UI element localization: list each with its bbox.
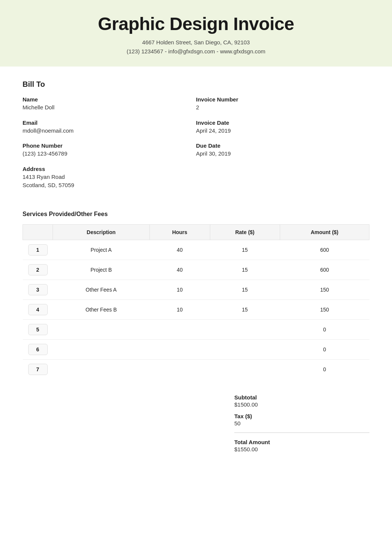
- services-table: Description Hours Rate ($) Amount ($) 1 …: [23, 224, 369, 379]
- row-amount: 150: [280, 299, 369, 319]
- name-value: Michelle Doll: [23, 103, 196, 112]
- row-hours: [149, 339, 210, 359]
- table-row: 1 Project A 40 15 600: [23, 240, 369, 260]
- row-description: [53, 339, 150, 359]
- row-amount: 600: [280, 240, 369, 260]
- invoice-date-label: Invoice Date: [196, 119, 369, 126]
- row-description: Other Fees B: [53, 299, 150, 319]
- row-description: Project A: [53, 240, 150, 260]
- bill-to-title: Bill To: [23, 80, 369, 89]
- invoice-number-value: 2: [196, 103, 369, 112]
- row-number: 5: [23, 319, 53, 339]
- invoice-date-field: Invoice Date April 24, 2019: [196, 119, 369, 135]
- tax-row: Tax ($) 50: [234, 413, 369, 426]
- due-date-field: Due Date April 30, 2019: [196, 142, 369, 158]
- services-title: Services Provided/Other Fees: [23, 211, 369, 218]
- subtotal-value: $1500.00: [234, 401, 369, 408]
- total-amount-row: Total Amount $1550.00: [234, 439, 369, 452]
- company-address: 4667 Holden Street, San Diego, CA, 92103…: [15, 38, 377, 56]
- due-date-value: April 30, 2019: [196, 150, 369, 158]
- row-hours: 40: [149, 260, 210, 280]
- total-value: $1550.00: [234, 446, 369, 452]
- row-number: 7: [23, 359, 53, 379]
- address-line2: (123) 1234567 - info@gfxdsgn.com - www.g…: [15, 47, 377, 56]
- address-field: Address 1413 Ryan Road Scotland, SD, 570…: [23, 166, 196, 190]
- row-description: [53, 359, 150, 379]
- row-rate: 15: [210, 240, 280, 260]
- invoice-number-field: Invoice Number 2: [196, 96, 369, 112]
- subtotal-label: Subtotal: [234, 394, 369, 401]
- address-line1: 1413 Ryan Road: [23, 173, 196, 181]
- totals-section: Subtotal $1500.00 Tax ($) 50 Total Amoun…: [23, 394, 369, 458]
- phone-field: Phone Number (123) 123-456789: [23, 142, 196, 158]
- row-number: 1: [23, 240, 53, 260]
- phone-value: (123) 123-456789: [23, 150, 196, 158]
- invoice-content: Bill To Name Michelle Doll Email mdoll@n…: [0, 67, 392, 480]
- phone-label: Phone Number: [23, 142, 196, 149]
- col-hours: Hours: [149, 224, 210, 240]
- row-rate: [210, 359, 280, 379]
- row-hours: [149, 359, 210, 379]
- email-label: Email: [23, 119, 196, 126]
- table-row: 7 0: [23, 359, 369, 379]
- email-field: Email mdoll@noemail.com: [23, 119, 196, 135]
- subtotal-row: Subtotal $1500.00: [234, 394, 369, 408]
- totals-box: Subtotal $1500.00 Tax ($) 50 Total Amoun…: [234, 394, 369, 458]
- tax-value: 50: [234, 420, 369, 426]
- address-label: Address: [23, 166, 196, 172]
- email-value: mdoll@noemail.com: [23, 127, 196, 135]
- table-row: 4 Other Fees B 10 15 150: [23, 299, 369, 319]
- row-rate: 15: [210, 260, 280, 280]
- tax-label: Tax ($): [234, 413, 369, 419]
- due-date-label: Due Date: [196, 142, 369, 149]
- col-description: Description: [53, 224, 150, 240]
- row-amount: 150: [280, 280, 369, 299]
- invoice-number-label: Invoice Number: [196, 96, 369, 103]
- row-description: Project B: [53, 260, 150, 280]
- table-header-row: Description Hours Rate ($) Amount ($): [23, 224, 369, 240]
- col-rate: Rate ($): [210, 224, 280, 240]
- row-amount: 0: [280, 339, 369, 359]
- totals-divider: [234, 433, 369, 433]
- address-value: 1413 Ryan Road Scotland, SD, 57059: [23, 173, 196, 190]
- address-line2: Scotland, SD, 57059: [23, 181, 196, 190]
- total-label: Total Amount: [234, 439, 369, 445]
- row-number: 4: [23, 299, 53, 319]
- address-line1: 4667 Holden Street, San Diego, CA, 92103: [15, 38, 377, 47]
- row-rate: [210, 319, 280, 339]
- invoice-date-value: April 24, 2019: [196, 127, 369, 135]
- col-amount: Amount ($): [280, 224, 369, 240]
- row-number: 6: [23, 339, 53, 359]
- billing-left: Name Michelle Doll Email mdoll@noemail.c…: [23, 96, 196, 197]
- billing-right: Invoice Number 2 Invoice Date April 24, …: [196, 96, 369, 197]
- row-description: Other Fees A: [53, 280, 150, 299]
- row-amount: 0: [280, 359, 369, 379]
- name-label: Name: [23, 96, 196, 103]
- invoice-header: Graphic Design Invoice 4667 Holden Stree…: [0, 0, 392, 67]
- row-hours: 40: [149, 240, 210, 260]
- billing-info: Name Michelle Doll Email mdoll@noemail.c…: [23, 96, 369, 197]
- row-rate: 15: [210, 280, 280, 299]
- table-row: 3 Other Fees A 10 15 150: [23, 280, 369, 299]
- row-hours: 10: [149, 280, 210, 299]
- row-number: 3: [23, 280, 53, 299]
- row-description: [53, 319, 150, 339]
- table-row: 5 0: [23, 319, 369, 339]
- row-rate: 15: [210, 299, 280, 319]
- row-amount: 600: [280, 260, 369, 280]
- row-amount: 0: [280, 319, 369, 339]
- row-hours: [149, 319, 210, 339]
- table-row: 2 Project B 40 15 600: [23, 260, 369, 280]
- row-number: 2: [23, 260, 53, 280]
- table-row: 6 0: [23, 339, 369, 359]
- row-rate: [210, 339, 280, 359]
- name-field: Name Michelle Doll: [23, 96, 196, 112]
- invoice-title: Graphic Design Invoice: [15, 14, 377, 34]
- row-hours: 10: [149, 299, 210, 319]
- col-num: [23, 224, 53, 240]
